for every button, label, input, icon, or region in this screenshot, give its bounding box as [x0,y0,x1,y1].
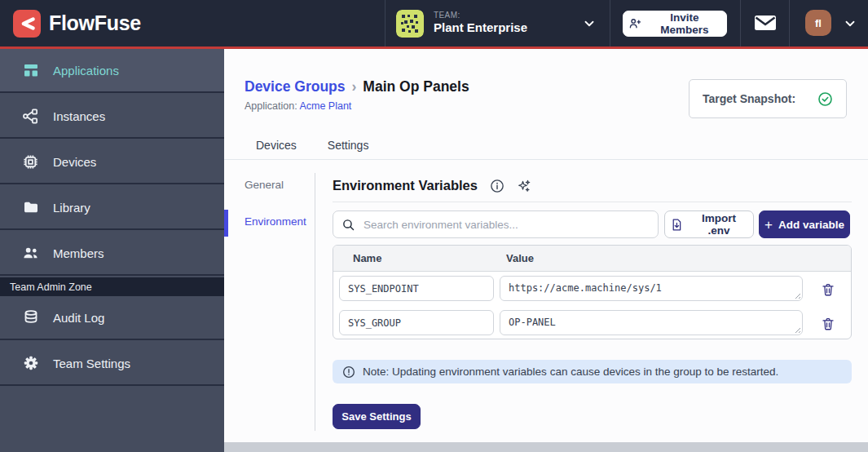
sidebar-item-instances[interactable]: Instances [0,95,224,139]
plus-icon: + [764,218,773,232]
document-download-icon [670,218,684,232]
notifications-mail-icon[interactable] [754,13,777,33]
subnav-item-general[interactable]: General [245,179,284,191]
subnav-active-indicator [224,210,228,237]
restart-note-banner: Note: Updating environment variables can… [333,360,852,383]
tab-devices[interactable]: Devices [253,137,300,153]
sidebar-item-devices[interactable]: Devices [0,140,224,184]
instances-icon [22,108,39,125]
column-header-value: Value [500,252,534,264]
top-navbar: FlowFuse TEAM: Plant Enterprise [0,0,868,47]
application-link[interactable]: Acme Plant [299,100,351,112]
breadcrumb-device-groups-link[interactable]: Device Groups [245,78,346,95]
sidebar-item-label: Team Settings [53,357,130,370]
sidebar-item-library[interactable]: Library [0,186,224,230]
info-icon[interactable] [490,179,504,193]
team-meta: TEAM: Plant Enterprise [434,11,527,36]
breadcrumb-current: Main Op Panels [363,78,469,95]
topbar-divider [740,0,741,47]
team-settings-gear-icon [22,355,39,372]
user-add-icon [628,16,642,31]
import-env-button[interactable]: Import .env [664,210,754,238]
application-label: Application: [245,100,297,112]
sidebar-item-label: Instances [53,109,105,123]
sidebar-item-audit-log[interactable]: Audit Log [0,296,224,340]
applications-icon [22,62,39,79]
application-line: Application: Acme Plant [245,100,351,112]
members-users-icon [22,245,39,262]
snapshot-check-circle-icon [817,91,833,107]
sidebar: Applications Instances De [0,49,224,452]
main-content: Device Groups › Main Op Panels Applicati… [224,49,868,452]
subnav-divider [315,173,315,431]
save-settings-button[interactable]: Save Settings [333,404,421,429]
env-table-row: https://acme.machine/sys/1 [333,272,851,306]
env-search-input[interactable] [362,218,650,232]
tab-settings[interactable]: Settings [324,137,372,153]
flowfuse-app: FlowFuse TEAM: Plant Enterprise [0,0,868,452]
sidebar-item-label: Members [53,246,104,260]
team-chevron-down-icon[interactable] [582,16,597,31]
env-variables-header: Environment Variables [333,178,531,193]
env-header-rule [333,202,852,202]
add-variable-label: Add variable [778,219,844,231]
search-icon [341,218,355,232]
brand[interactable]: FlowFuse [13,0,141,47]
env-value-textarea[interactable]: https://acme.machine/sys/1 [500,276,803,301]
alert-circle-icon [342,366,355,379]
env-value-wrap: OP-PANEL [500,310,803,335]
sidebar-item-label: Library [53,201,90,215]
team-switcher[interactable]: TEAM: Plant Enterprise [396,0,527,47]
trash-icon [821,282,835,297]
env-value-textarea[interactable]: OP-PANEL [500,310,803,335]
flowfuse-logo-icon [13,10,41,38]
team-label: TEAM: [434,11,527,21]
sidebar-item-label: Audit Log [53,311,104,325]
delete-variable-button[interactable] [819,315,837,333]
invite-members-button[interactable]: Invite Members [623,11,727,37]
subnav-item-environment[interactable]: Environment [245,215,306,228]
team-avatar [396,10,424,38]
brand-title: FlowFuse [49,11,141,35]
audit-log-database-icon [22,309,39,326]
sidebar-item-label: Applications [53,64,119,78]
breadcrumb-separator: › [352,78,357,95]
add-variable-button[interactable]: + Add variable [759,210,850,238]
target-snapshot-box: Target Snapshot: [689,79,847,118]
sparkles-icon[interactable] [517,179,531,193]
sidebar-item-team-settings[interactable]: Team Settings [0,342,224,386]
topbar-divider [789,0,790,47]
import-env-label: Import .env [690,212,748,237]
breadcrumb: Device Groups › Main Op Panels [245,78,469,95]
tab-bar: Devices Settings [253,137,372,153]
devices-icon [22,153,39,171]
user-avatar[interactable]: fl [805,10,831,36]
sidebar-item-applications[interactable]: Applications [0,49,224,93]
env-table-row: OP-PANEL [333,306,851,339]
team-admin-zone-header: Team Admin Zone [0,277,224,296]
restart-note-text: Note: Updating environment variables can… [363,366,778,378]
env-variables-title: Environment Variables [333,178,478,193]
trash-icon [821,317,835,331]
team-name: Plant Enterprise [434,20,527,36]
sidebar-item-members[interactable]: Members [0,232,224,276]
column-header-name: Name [333,252,500,264]
team-admin-zone-label: Team Admin Zone [10,281,92,293]
topbar-divider [610,0,610,47]
sidebar-item-label: Devices [53,155,96,169]
env-value-wrap: https://acme.machine/sys/1 [500,276,803,301]
env-name-input[interactable] [339,276,494,301]
env-table-header: Name Value [333,246,851,272]
library-folder-icon [22,199,39,216]
target-snapshot-label: Target Snapshot: [703,92,795,105]
env-name-input[interactable] [339,310,494,335]
invite-members-label: Invite Members [648,11,721,36]
env-variables-table: Name Value https://acme.machine/sys/1 [333,245,852,339]
user-menu-chevron-down-icon[interactable] [843,16,857,31]
topbar-divider [385,0,386,47]
env-search-box [333,210,659,238]
delete-variable-button[interactable] [819,281,837,299]
horizontal-scrollbar[interactable] [224,442,868,452]
user-avatar-initials: fl [815,17,822,29]
tab-bar-rule [224,159,868,160]
